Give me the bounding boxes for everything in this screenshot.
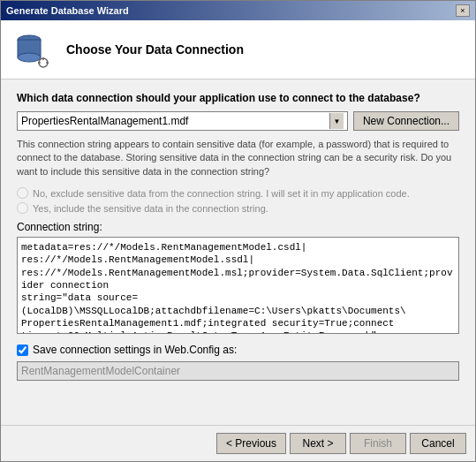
connection-dropdown[interactable]: PropertiesRentalManagement1.mdf ▼ bbox=[17, 111, 348, 131]
close-button[interactable]: × bbox=[456, 4, 470, 17]
radio-no-label: No, exclude sensitive data from the conn… bbox=[33, 188, 410, 199]
sensitive-info-text: This connection string appears to contai… bbox=[17, 138, 459, 178]
radio-no-option[interactable]: No, exclude sensitive data from the conn… bbox=[17, 187, 459, 199]
save-settings-checkbox[interactable] bbox=[17, 345, 28, 356]
header-area: Choose Your Data Connection bbox=[1, 20, 475, 80]
content-area: Which data connection should your applic… bbox=[1, 80, 475, 425]
svg-point-2 bbox=[18, 53, 41, 62]
dropdown-arrow-icon[interactable]: ▼ bbox=[329, 113, 344, 129]
connection-string-wrapper bbox=[17, 237, 459, 337]
previous-button[interactable]: < Previous bbox=[216, 433, 286, 454]
title-bar-controls: × bbox=[456, 4, 470, 17]
save-settings-label: Save connection settings in Web.Config a… bbox=[33, 344, 237, 356]
footer: < Previous Next > Finish Cancel bbox=[1, 425, 475, 461]
new-connection-button[interactable]: New Connection... bbox=[353, 111, 459, 131]
next-button[interactable]: Next > bbox=[290, 433, 346, 454]
save-settings-row: Save connection settings in Web.Config a… bbox=[17, 344, 459, 356]
radio-yes-input[interactable] bbox=[17, 202, 28, 214]
header-icon bbox=[15, 31, 52, 68]
connection-question: Which data connection should your applic… bbox=[17, 92, 459, 104]
window-title: Generate Database Wizard bbox=[6, 5, 129, 16]
radio-yes-option[interactable]: Yes, include the sensitive data in the c… bbox=[17, 202, 459, 214]
header-title: Choose Your Data Connection bbox=[66, 42, 244, 57]
wizard-window: Generate Database Wizard × Choose Your D… bbox=[0, 0, 476, 462]
connection-string-textarea[interactable] bbox=[17, 237, 459, 334]
connection-row: PropertiesRentalManagement1.mdf ▼ New Co… bbox=[17, 111, 459, 131]
title-bar: Generate Database Wizard × bbox=[1, 1, 475, 20]
web-config-input[interactable] bbox=[17, 361, 459, 381]
radio-no-input[interactable] bbox=[17, 187, 28, 199]
connection-dropdown-value: PropertiesRentalManagement1.mdf bbox=[21, 115, 188, 127]
radio-yes-label: Yes, include the sensitive data in the c… bbox=[33, 203, 268, 214]
cancel-button[interactable]: Cancel bbox=[410, 433, 466, 454]
finish-button[interactable]: Finish bbox=[350, 433, 406, 454]
connection-string-label: Connection string: bbox=[17, 221, 459, 233]
database-icon bbox=[15, 31, 52, 68]
